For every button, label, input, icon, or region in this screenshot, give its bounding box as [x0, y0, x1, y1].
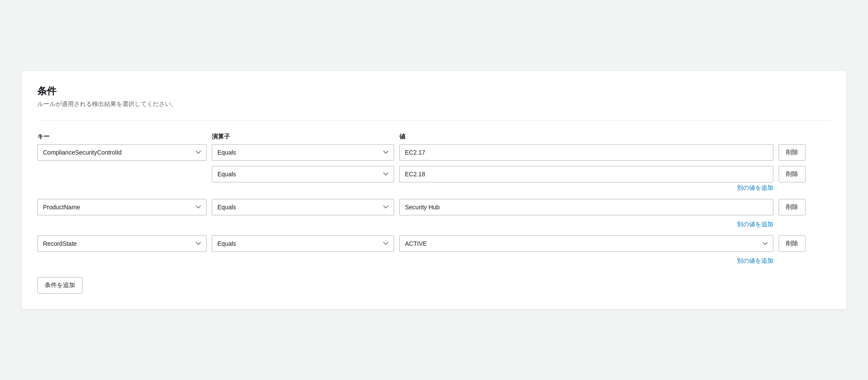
- add-value-spacer-key-2: [37, 221, 207, 228]
- key-select-3[interactable]: ComplianceSecurityControlId ProductName …: [37, 235, 207, 252]
- divider: [37, 120, 831, 121]
- add-value-link-1[interactable]: 別の値を追加: [399, 184, 773, 192]
- add-value-spacer-key-3: [37, 257, 207, 265]
- delete-cell-2: 削除: [779, 199, 831, 215]
- operator-cell-1: Equals NotEquals Contains NotContains: [212, 144, 394, 161]
- column-headers: キー 演算子 値: [37, 133, 831, 141]
- conditions-table: キー 演算子 値 ComplianceSecurityControlId Pro…: [37, 133, 831, 294]
- col-header-key: キー: [37, 133, 207, 141]
- value-cell-3: ACTIVE ARCHIVED: [399, 235, 773, 252]
- add-value-spacer-del-2: [779, 221, 831, 228]
- operator-select-1[interactable]: Equals NotEquals Contains NotContains: [212, 144, 394, 161]
- add-condition-button[interactable]: 条件を追加: [37, 277, 82, 294]
- col-header-actions: [779, 133, 831, 141]
- value-cell-1: [399, 144, 773, 161]
- condition-row-1: ComplianceSecurityControlId ProductName …: [37, 144, 831, 161]
- value-cell-1b: [399, 166, 773, 182]
- operator-cell-2: Equals NotEquals Contains NotContains: [212, 199, 394, 215]
- col-header-value: 値: [399, 133, 773, 141]
- conditions-card: 条件 ルールが適用される検出結果を選択してください。 キー 演算子 値 Comp…: [22, 71, 846, 309]
- condition-row-2: ComplianceSecurityControlId ProductName …: [37, 199, 831, 215]
- add-value-row-3: 別の値を追加: [37, 257, 831, 265]
- operator-select-2[interactable]: Equals NotEquals Contains NotContains: [212, 199, 394, 215]
- condition-row-3: ComplianceSecurityControlId ProductName …: [37, 235, 831, 252]
- add-value-link-2[interactable]: 別の値を追加: [399, 221, 773, 228]
- key-cell-1: ComplianceSecurityControlId ProductName …: [37, 144, 207, 161]
- section-title: 条件: [37, 85, 831, 98]
- add-value-spacer-key-1: [37, 184, 207, 192]
- delete-button-3[interactable]: 削除: [779, 235, 806, 252]
- section-subtitle: ルールが適用される検出結果を選択してください。: [37, 100, 831, 108]
- delete-button-1[interactable]: 削除: [779, 144, 806, 161]
- add-value-spacer-op-2: [212, 221, 394, 228]
- add-value-spacer-del-1: [779, 184, 831, 192]
- delete-cell-3: 削除: [779, 235, 831, 252]
- add-value-spacer-op-3: [212, 257, 394, 265]
- operator-cell-1b: Equals NotEquals Contains NotContains: [212, 166, 394, 182]
- delete-cell-1b: 削除: [779, 166, 831, 182]
- delete-cell-1: 削除: [779, 144, 831, 161]
- add-value-spacer-del-3: [779, 257, 831, 265]
- value-input-1b[interactable]: [399, 166, 773, 182]
- delete-button-2[interactable]: 削除: [779, 199, 806, 215]
- key-cell-3: ComplianceSecurityControlId ProductName …: [37, 235, 207, 252]
- operator-cell-3: Equals NotEquals Contains NotContains: [212, 235, 394, 252]
- add-condition-container: 条件を追加: [37, 272, 831, 294]
- add-value-link-3[interactable]: 別の値を追加: [399, 257, 773, 265]
- operator-select-1b[interactable]: Equals NotEquals Contains NotContains: [212, 166, 394, 182]
- value-cell-2: [399, 199, 773, 215]
- key-select-1[interactable]: ComplianceSecurityControlId ProductName …: [37, 144, 207, 161]
- add-value-spacer-op-1: [212, 184, 394, 192]
- add-value-row-2: 別の値を追加: [37, 221, 831, 228]
- value-select-3[interactable]: ACTIVE ARCHIVED: [399, 235, 773, 252]
- value-input-2[interactable]: [399, 199, 773, 215]
- add-value-row-1: 別の値を追加: [37, 184, 831, 192]
- key-cell-2: ComplianceSecurityControlId ProductName …: [37, 199, 207, 215]
- condition-row-1b: Equals NotEquals Contains NotContains 削除: [37, 166, 831, 182]
- col-header-operator: 演算子: [212, 133, 394, 141]
- operator-select-3[interactable]: Equals NotEquals Contains NotContains: [212, 235, 394, 252]
- key-select-2[interactable]: ComplianceSecurityControlId ProductName …: [37, 199, 207, 215]
- value-input-1[interactable]: [399, 144, 773, 161]
- delete-button-1b[interactable]: 削除: [779, 166, 806, 182]
